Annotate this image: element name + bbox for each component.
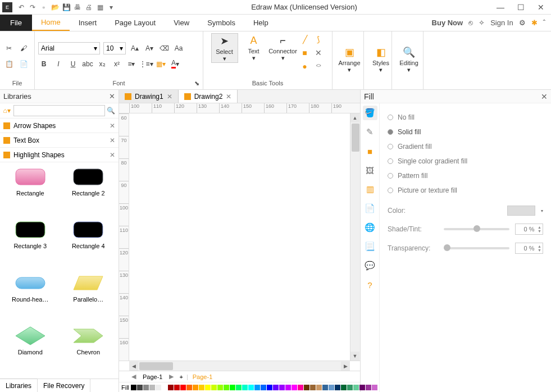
- scroll-left-icon[interactable]: ◀: [129, 362, 138, 371]
- copy-icon[interactable]: 📄: [18, 58, 29, 70]
- color-swatch[interactable]: [353, 385, 359, 390]
- maximize-button[interactable]: ☐: [511, 0, 531, 15]
- color-swatch[interactable]: [149, 385, 155, 390]
- share-icon[interactable]: ⎋: [468, 19, 473, 27]
- new-icon[interactable]: ▫: [39, 3, 48, 12]
- fill-option[interactable]: Picture or texture fill: [388, 183, 543, 198]
- edraw-icon[interactable]: ✱: [531, 19, 538, 27]
- color-swatch[interactable]: [310, 385, 316, 390]
- document-icon[interactable]: 📄: [363, 201, 377, 216]
- minimize-button[interactable]: —: [490, 0, 511, 15]
- color-swatch[interactable]: [211, 385, 217, 390]
- tab-insert[interactable]: Insert: [70, 15, 106, 31]
- color-swatch[interactable]: [248, 385, 254, 390]
- close-libraries-icon[interactable]: ✕: [109, 92, 115, 101]
- shape-item[interactable]: Rectangle: [3, 166, 57, 216]
- paste-icon[interactable]: 📋: [3, 58, 15, 70]
- color-swatch[interactable]: [205, 385, 211, 390]
- strikethrough-icon[interactable]: abc: [82, 58, 93, 70]
- add-page-icon[interactable]: +: [176, 373, 186, 380]
- clear-format-icon[interactable]: ⌫: [158, 43, 170, 54]
- horizontal-scrollbar[interactable]: ◀ ▶: [129, 361, 350, 371]
- delete-tool-icon[interactable]: ✕: [312, 47, 325, 59]
- tab-help[interactable]: Help: [244, 15, 277, 31]
- color-swatch[interactable]: [261, 385, 266, 390]
- color-swatch[interactable]: [359, 385, 365, 390]
- tab-libraries[interactable]: Libraries: [0, 379, 38, 392]
- qat-dropdown-icon[interactable]: ▾: [107, 3, 116, 12]
- fill-option[interactable]: Solid fill: [388, 125, 543, 139]
- bold-icon[interactable]: B: [38, 58, 49, 70]
- color-swatch[interactable]: [347, 385, 353, 390]
- change-case-icon[interactable]: Aa: [173, 43, 184, 54]
- close-category-icon[interactable]: ✕: [110, 136, 115, 144]
- file-menu[interactable]: File: [0, 15, 32, 31]
- shape-item[interactable]: Rectangle 2: [62, 166, 116, 216]
- font-name-combo[interactable]: Arial▾: [38, 42, 100, 54]
- underline-icon[interactable]: U: [67, 58, 79, 70]
- increase-font-icon[interactable]: A▴: [129, 43, 140, 54]
- color-swatch[interactable]: [156, 385, 161, 390]
- close-fill-panel-icon[interactable]: ✕: [541, 92, 548, 101]
- color-swatch[interactable]: [267, 385, 272, 390]
- scroll-up-icon[interactable]: ▲: [350, 113, 359, 122]
- library-category[interactable]: Text Box✕: [0, 133, 119, 148]
- color-swatch[interactable]: [292, 385, 297, 390]
- shape-item[interactable]: Rectangle 3: [3, 218, 57, 269]
- close-category-icon[interactable]: ✕: [110, 122, 115, 130]
- editing-button[interactable]: 🔍Editing▾: [395, 45, 422, 74]
- scroll-thumb-h[interactable]: [139, 362, 173, 370]
- text-tool[interactable]: AText▾: [240, 33, 267, 62]
- color-swatch[interactable]: [199, 385, 204, 390]
- color-swatch[interactable]: [341, 385, 347, 390]
- shape-item[interactable]: Round-hea…: [3, 272, 57, 322]
- bullets-icon[interactable]: ⋮≡▾: [140, 58, 152, 70]
- collapse-ribbon-icon[interactable]: ˆ: [543, 19, 545, 27]
- tab-symbols[interactable]: Symbols: [198, 15, 244, 31]
- fill-option[interactable]: No fill: [388, 110, 543, 125]
- tab-page-layout[interactable]: Page Layout: [106, 15, 165, 31]
- shade-spinner[interactable]: 0 %▲▼: [515, 224, 543, 235]
- scroll-down-icon[interactable]: ▼: [350, 352, 359, 361]
- line-style-icon[interactable]: ✎: [363, 125, 377, 139]
- fill-option[interactable]: Gradient fill: [388, 139, 543, 154]
- color-swatch[interactable]: [335, 385, 340, 390]
- color-swatch[interactable]: [316, 385, 322, 390]
- connector-tool[interactable]: ⌐Connector▾: [270, 33, 297, 62]
- color-swatch[interactable]: [174, 385, 180, 390]
- buy-now-link[interactable]: Buy Now: [432, 19, 463, 27]
- page-icon[interactable]: 📃: [363, 239, 377, 254]
- drawing-canvas[interactable]: [129, 113, 350, 361]
- undo-icon[interactable]: ↶: [17, 3, 26, 12]
- color-swatch[interactable]: [217, 385, 223, 390]
- color-swatch[interactable]: [186, 385, 192, 390]
- color-swatch[interactable]: [304, 385, 309, 390]
- color-swatch[interactable]: [131, 385, 136, 390]
- fill-option[interactable]: Single color gradient fill: [388, 154, 543, 168]
- highlight-icon[interactable]: ▦▾: [155, 58, 166, 70]
- layout-icon[interactable]: ▥: [363, 182, 377, 197]
- tab-view[interactable]: View: [165, 15, 198, 31]
- color-swatch[interactable]: [224, 385, 229, 390]
- save-icon[interactable]: 💾: [62, 3, 71, 12]
- color-swatch[interactable]: [242, 385, 248, 390]
- globe-icon[interactable]: 🌐: [363, 220, 377, 235]
- libraries-search-input[interactable]: [13, 105, 105, 116]
- color-swatch[interactable]: [168, 385, 174, 390]
- color-swatch[interactable]: [180, 385, 186, 390]
- export-icon[interactable]: ▦: [95, 3, 104, 12]
- tab-home[interactable]: Home: [32, 15, 70, 31]
- color-swatch[interactable]: [236, 385, 242, 390]
- library-category[interactable]: Highlight Shapes✕: [0, 148, 119, 162]
- styles-button[interactable]: ◧Styles▾: [367, 45, 394, 74]
- transparency-spinner[interactable]: 0 %▲▼: [515, 243, 543, 254]
- sign-in-link[interactable]: Sign In: [490, 19, 513, 27]
- open-icon[interactable]: 📂: [51, 3, 60, 12]
- page-next-icon[interactable]: ▶: [167, 373, 176, 380]
- home-icon[interactable]: ⌂▾: [2, 106, 12, 116]
- page-tab-active[interactable]: Page-1: [188, 373, 217, 380]
- redo-icon[interactable]: ↷: [28, 3, 37, 12]
- color-swatch[interactable]: [137, 385, 143, 390]
- save-all-icon[interactable]: 🖶: [73, 3, 82, 12]
- subscript-icon[interactable]: x₂: [97, 58, 108, 70]
